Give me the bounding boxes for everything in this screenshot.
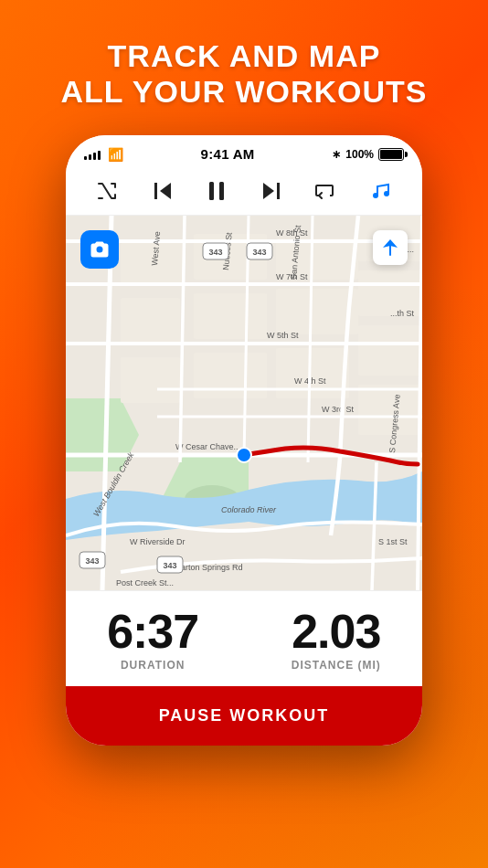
distance-label: DISTANCE (MI) [292, 659, 381, 672]
svg-text:W Riverside Dr: W Riverside Dr [130, 537, 186, 546]
app-header: TRACK AND MAP ALL YOUR WORKOUTS [42, 0, 445, 128]
svg-marker-4 [263, 183, 274, 199]
music-library-button[interactable] [364, 175, 397, 207]
signal-bar-4 [98, 151, 101, 160]
svg-text:343: 343 [85, 556, 99, 566]
duration-stat: 6:37 DURATION [107, 608, 198, 672]
music-controls-bar [66, 167, 422, 216]
battery-fill [380, 150, 402, 159]
signal-bar-3 [93, 153, 96, 160]
signal-bar-2 [89, 154, 91, 160]
svg-marker-0 [160, 183, 171, 199]
shuffle-button[interactable] [91, 175, 124, 207]
battery-percent: 100% [345, 148, 374, 161]
wifi-icon: 📶 [108, 147, 123, 162]
distance-stat: 2.03 DISTANCE (MI) [292, 608, 381, 672]
battery-body [378, 148, 404, 161]
battery-icon [378, 148, 404, 161]
header-line1: TRACK AND MAP [108, 38, 381, 73]
map-svg: Colorado River W 8th St W 7th St [66, 216, 422, 590]
svg-rect-18 [194, 293, 267, 339]
svg-text:W Cesar Chave...: W Cesar Chave... [175, 442, 240, 451]
map-view[interactable]: Colorado River W 8th St W 7th St [66, 216, 422, 590]
camera-button[interactable] [80, 230, 119, 269]
duration-value: 6:37 [107, 608, 198, 655]
location-button[interactable] [373, 230, 408, 265]
svg-text:343: 343 [252, 248, 266, 257]
stats-section: 6:37 DURATION 2.03 DISTANCE (MI) [66, 590, 422, 686]
stats-divider [244, 612, 245, 667]
svg-point-6 [373, 193, 378, 198]
svg-text:Colorado River: Colorado River [221, 505, 277, 514]
location-arrow-icon [380, 238, 400, 258]
svg-point-7 [384, 191, 389, 196]
svg-text:...th St: ...th St [390, 309, 415, 318]
camera-icon [89, 238, 111, 260]
duration-label: DURATION [107, 659, 198, 672]
signal-bar-1 [84, 156, 87, 160]
svg-rect-2 [209, 182, 214, 200]
svg-text:S 1st St: S 1st St [378, 537, 408, 546]
status-right: ∗ 100% [332, 148, 404, 161]
svg-rect-25 [358, 325, 422, 376]
svg-text:Barton Springs Rd: Barton Springs Rd [175, 563, 243, 572]
svg-text:Post Creek St...: Post Creek St... [116, 578, 174, 587]
header-line2: ALL YOUR WORKOUTS [60, 74, 427, 109]
svg-rect-3 [219, 182, 224, 200]
svg-point-61 [238, 449, 250, 461]
distance-value: 2.03 [292, 608, 381, 655]
pause-music-button[interactable] [200, 175, 233, 207]
svg-text:W 3rd St: W 3rd St [322, 405, 355, 414]
pause-workout-button[interactable]: PAUSE WORKOUT [66, 686, 422, 746]
repeat-button[interactable] [309, 175, 342, 207]
signal-bars [84, 149, 101, 160]
next-track-button[interactable] [255, 175, 288, 207]
status-bar: 📶 9:41 AM ∗ 100% [66, 135, 422, 167]
svg-rect-21 [194, 353, 267, 398]
status-left: 📶 [84, 147, 123, 162]
phone-frame: 📶 9:41 AM ∗ 100% [66, 135, 422, 746]
status-time: 9:41 AM [201, 146, 255, 162]
svg-text:343: 343 [163, 561, 176, 570]
svg-text:343: 343 [208, 248, 222, 257]
svg-text:W 5th St: W 5th St [267, 331, 299, 340]
svg-rect-17 [121, 298, 180, 344]
svg-rect-22 [276, 348, 349, 398]
prev-track-button[interactable] [146, 175, 179, 207]
svg-rect-1 [154, 183, 157, 199]
bluetooth-icon: ∗ [332, 148, 341, 161]
svg-rect-5 [277, 183, 280, 199]
svg-rect-20 [121, 357, 180, 403]
